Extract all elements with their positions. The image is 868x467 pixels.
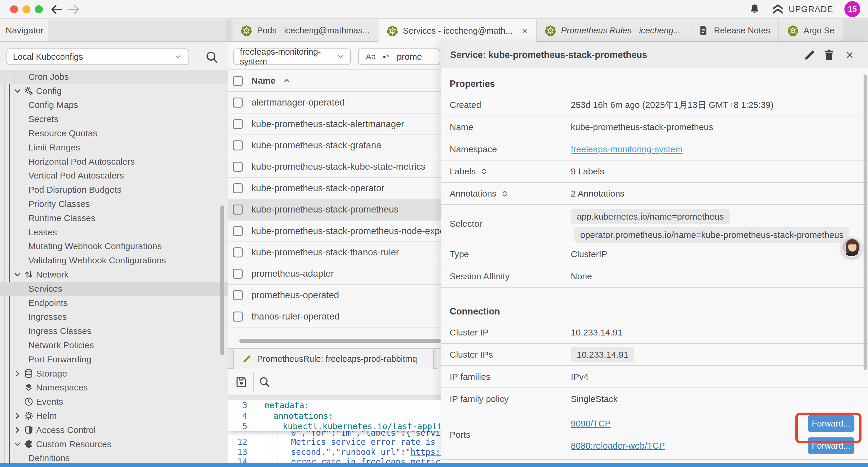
name-column-header[interactable]: Name xyxy=(251,70,276,91)
sidebar-item-horizontal-pod-autoscalers[interactable]: Horizontal Pod Autoscalers xyxy=(0,154,228,169)
row-checkbox[interactable] xyxy=(233,247,243,258)
table-row-prometheus-adapter[interactable]: prometheus-adapter xyxy=(228,263,441,285)
sort-ascending-icon[interactable] xyxy=(283,77,291,85)
row-checkbox[interactable] xyxy=(233,205,243,214)
sidebar-item-network-policies[interactable]: Network Policies xyxy=(0,338,228,352)
port-link-8080-reloader-web-tcp[interactable]: 8080:reloader-web/TCP xyxy=(571,441,665,451)
sidebar-item-storage[interactable]: Storage xyxy=(0,367,228,381)
row-checkbox[interactable] xyxy=(233,97,243,108)
table-row-prometheus-operated[interactable]: prometheus-operated xyxy=(228,285,441,306)
tab-services-icecheng-math[interactable]: Services - icecheng@math...× xyxy=(378,20,536,42)
upgrade-button[interactable]: UPGRADE xyxy=(772,3,833,16)
sidebar-item-config-maps[interactable]: Config Maps xyxy=(0,98,228,112)
search-icon[interactable] xyxy=(205,50,219,64)
bell-icon[interactable] xyxy=(749,3,761,15)
sidebar-item-cron-jobs[interactable]: Cron Jobs xyxy=(0,70,228,84)
row-checkbox[interactable] xyxy=(233,226,243,236)
regex-icon[interactable]: ▪* xyxy=(383,52,390,61)
row-checkbox[interactable] xyxy=(233,269,243,279)
editor-link-text[interactable]: https://net xyxy=(411,447,441,457)
tab-argo-se[interactable]: Argo Se xyxy=(779,20,843,41)
namespace-link[interactable]: freeleaps-monitoring-system xyxy=(571,144,682,154)
forward-arrow-icon[interactable] xyxy=(67,3,80,16)
sidebar-item-validating-webhook-configurations[interactable]: Validating Webhook Configurations xyxy=(0,253,228,267)
window-close-button[interactable] xyxy=(10,5,18,13)
notification-count-badge[interactable]: 15 xyxy=(844,1,860,17)
sidebar-item-priority-classes[interactable]: Priority Classes xyxy=(0,197,228,211)
sidebar-item-ingresses[interactable]: Ingresses xyxy=(0,310,228,324)
kubeconfig-select[interactable]: Local Kubeconfigs xyxy=(6,49,189,65)
sidebar-item-leases[interactable]: Leases xyxy=(0,225,228,239)
tab-release-notes[interactable]: Release Notes xyxy=(689,20,779,41)
search-icon[interactable] xyxy=(258,376,270,388)
editor-tab-prometheusrule[interactable]: PrometheusRule: freeleaps-prod-rabbitmq xyxy=(234,349,434,369)
sidebar-item-vertical-pod-autoscalers[interactable]: Vertical Pod Autoscalers xyxy=(0,169,228,183)
namespace-select[interactable]: freeleaps-monitoring-system xyxy=(234,49,351,65)
sidebar-scrollbar[interactable] xyxy=(220,205,224,355)
sidebar-item-resource-quotas[interactable]: Resource Quotas xyxy=(0,126,228,140)
edit-pencil-icon[interactable] xyxy=(803,49,816,61)
sidebar-item-mutating-webhook-configurations[interactable]: Mutating Webhook Configurations xyxy=(0,239,228,254)
port-link-9090-tcp[interactable]: 9090/TCP xyxy=(571,418,611,429)
table-row-kube-prometheus-stack-prometheus[interactable]: kube-prometheus-stack-prometheus xyxy=(228,199,441,221)
chevron-right-icon[interactable] xyxy=(13,426,22,435)
table-row-kube-prometheus-stack-prometheus-node-expor[interactable]: kube-prometheus-stack-prometheus-node-ex… xyxy=(228,221,441,242)
sidebar-item-ingress-classes[interactable]: Ingress Classes xyxy=(0,324,228,338)
close-icon[interactable]: × xyxy=(843,49,856,61)
row-checkbox[interactable] xyxy=(233,119,243,129)
table-row-thanos-ruler-operated[interactable]: thanos-ruler-operated xyxy=(228,306,441,327)
row-checkbox[interactable] xyxy=(233,140,243,150)
table-row-kube-prometheus-stack-grafana[interactable]: kube-prometheus-stack-grafana xyxy=(228,135,441,156)
tab-pods-icecheng-mathmas[interactable]: Pods - icecheng@mathmas... xyxy=(232,20,378,41)
chevron-down-icon[interactable] xyxy=(13,87,22,95)
back-arrow-icon[interactable] xyxy=(50,3,63,16)
table-row-kube-prometheus-stack-alertmanager[interactable]: kube-prometheus-stack-alertmanager xyxy=(228,114,441,135)
chevron-down-icon[interactable] xyxy=(13,440,22,449)
sidebar-item-namespaces[interactable]: Namespaces xyxy=(0,381,228,395)
forward-button[interactable]: Forward... xyxy=(808,437,855,454)
yaml-editor[interactable]: 0","for":"1m","labels":{"service":"f12Me… xyxy=(228,400,441,463)
sidebar-item-limit-ranges[interactable]: Limit Ranges xyxy=(0,140,228,154)
sidebar-item-access-control[interactable]: Access Control xyxy=(0,423,228,437)
sidebar-item-runtime-classes[interactable]: Runtime Classes xyxy=(0,211,228,225)
assistant-avatar[interactable] xyxy=(841,236,862,258)
sidebar-item-events[interactable]: Events xyxy=(0,395,228,409)
table-horizontal-scrollbar[interactable] xyxy=(239,339,441,343)
row-checkbox[interactable] xyxy=(233,162,243,172)
tab-prometheus-rules-icecheng[interactable]: Prometheus Rules - icecheng... xyxy=(536,20,689,41)
chevron-right-icon[interactable] xyxy=(13,369,22,378)
trash-icon[interactable] xyxy=(823,49,836,61)
table-row-kube-prometheus-stack-kube-state-metrics[interactable]: kube-prometheus-stack-kube-state-metrics xyxy=(228,156,441,178)
sidebar-item-config[interactable]: Config xyxy=(0,84,228,98)
table-row-alertmanager-operated[interactable]: alertmanager-operated xyxy=(228,92,441,114)
sidebar-item-pod-disruption-budgets[interactable]: Pod Disruption Budgets xyxy=(0,183,228,197)
tab-close-icon[interactable]: × xyxy=(522,25,528,37)
window-zoom-button[interactable] xyxy=(35,5,43,13)
sidebar-item-network[interactable]: Network xyxy=(0,267,228,282)
sidebar-item-definitions[interactable]: Definitions xyxy=(0,451,228,463)
chevron-right-icon[interactable] xyxy=(13,411,22,420)
sidebar-item-port-forwarding[interactable]: Port Forwarding xyxy=(0,352,228,367)
sidebar-item-endpoints[interactable]: Endpoints xyxy=(0,296,228,310)
forward-button[interactable]: Forward... xyxy=(808,415,855,432)
row-checkbox[interactable] xyxy=(233,290,243,300)
select-all-checkbox[interactable] xyxy=(233,76,243,86)
editor-tab-partial[interactable] xyxy=(437,349,441,369)
expand-collapse-icon[interactable] xyxy=(500,189,509,198)
row-checkbox[interactable] xyxy=(233,312,243,322)
detail-scrollbar[interactable] xyxy=(864,75,867,370)
save-icon[interactable] xyxy=(235,375,248,388)
search-input[interactable]: Aa ▪* prome xyxy=(358,49,440,65)
chevron-down-icon[interactable] xyxy=(13,270,22,279)
row-checkbox[interactable] xyxy=(233,183,243,193)
match-case-icon[interactable]: Aa xyxy=(366,52,376,61)
tab-navigator[interactable]: Navigator xyxy=(0,20,48,41)
sidebar-item-helm[interactable]: Helm xyxy=(0,409,228,423)
window-minimize-button[interactable] xyxy=(23,5,30,13)
sidebar-item-custom-resources[interactable]: Custom Resources xyxy=(0,437,228,451)
expand-collapse-icon[interactable] xyxy=(480,167,488,176)
table-row-kube-prometheus-stack-thanos-ruler[interactable]: kube-prometheus-stack-thanos-ruler xyxy=(228,242,441,263)
table-row-kube-prometheus-stack-operator[interactable]: kube-prometheus-stack-operator xyxy=(228,178,441,199)
sidebar-item-services[interactable]: Services xyxy=(0,282,228,296)
sidebar-item-secrets[interactable]: Secrets xyxy=(0,112,228,126)
